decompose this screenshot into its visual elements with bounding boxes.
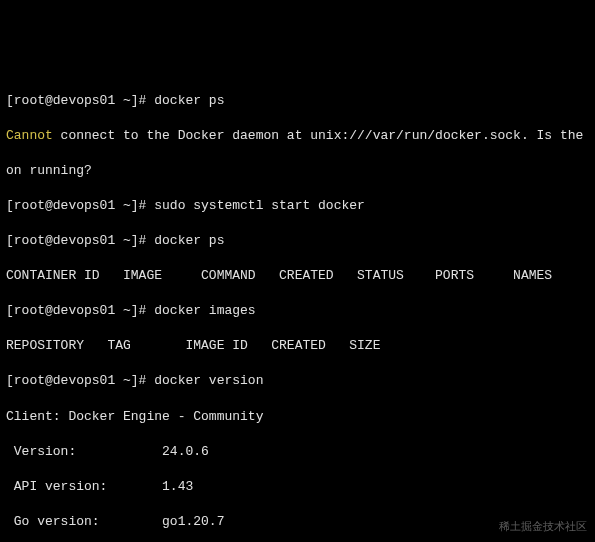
prompt-line-5: [root@devops01 ~]# docker version: [6, 372, 589, 390]
prompt-line-3: [root@devops01 ~]# docker ps: [6, 232, 589, 250]
command-systemctl-start: sudo systemctl start docker: [154, 198, 365, 213]
command-docker-images: docker images: [154, 303, 255, 318]
watermark-text: 稀土掘金技术社区: [499, 520, 587, 532]
client-row: API version: 1.43: [6, 478, 589, 496]
prompt: [root@devops01 ~]#: [6, 198, 154, 213]
error-line-1: Cannot connect to the Docker daemon at u…: [6, 127, 589, 145]
client-title: Client: Docker Engine - Community: [6, 408, 589, 426]
command-docker-ps-2: docker ps: [154, 233, 224, 248]
command-docker-ps: docker ps: [154, 93, 224, 108]
prompt: [root@devops01 ~]#: [6, 373, 154, 388]
client-row: Version: 24.0.6: [6, 443, 589, 461]
error-text: connect to the Docker daemon at unix:///…: [53, 128, 584, 143]
prompt: [root@devops01 ~]#: [6, 233, 154, 248]
prompt-line-2: [root@devops01 ~]# sudo systemctl start …: [6, 197, 589, 215]
prompt-line-4: [root@devops01 ~]# docker images: [6, 302, 589, 320]
error-line-2: on running?: [6, 162, 589, 180]
error-keyword: Cannot: [6, 128, 53, 143]
command-docker-version: docker version: [154, 373, 263, 388]
ps-header: CONTAINER ID IMAGE COMMAND CREATED STATU…: [6, 267, 589, 285]
terminal-output[interactable]: [root@devops01 ~]# docker ps Cannot conn…: [6, 74, 589, 542]
prompt: [root@devops01 ~]#: [6, 93, 154, 108]
images-header: REPOSITORY TAG IMAGE ID CREATED SIZE: [6, 337, 589, 355]
watermark: 稀土掘金技术社区: [499, 519, 587, 534]
prompt: [root@devops01 ~]#: [6, 303, 154, 318]
prompt-line-1: [root@devops01 ~]# docker ps: [6, 92, 589, 110]
